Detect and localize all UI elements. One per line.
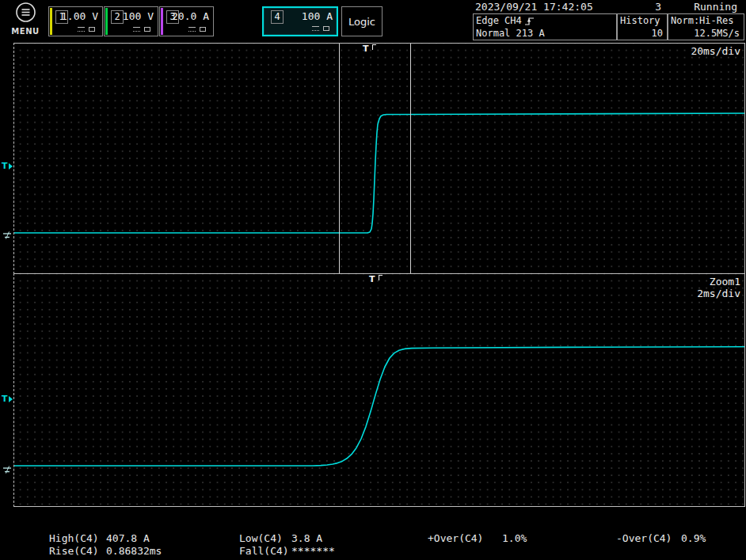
- history-label: History: [620, 14, 660, 27]
- zoom-name-label: Zoom1: [697, 276, 740, 288]
- main-timebase-label: 20ms/div: [691, 45, 740, 57]
- acquisition-count: 3: [649, 1, 661, 13]
- bandwidth-icon: [144, 27, 150, 32]
- channel-bar: 1 1.00 V 2 100 V 3 20.0 A 4 100 A Logic: [48, 6, 383, 36]
- oscilloscope-screen: MENU 1 1.00 V 2 100 V 3 20.0 A 4 100 A L…: [0, 0, 746, 560]
- logic-label: Logic: [348, 16, 375, 28]
- channel-2-scale: 100 V: [123, 10, 154, 22]
- measurement-low: Low(C4) 3.8 A: [239, 532, 322, 544]
- channel-1-button[interactable]: 1 1.00 V: [48, 6, 103, 36]
- measurement-label: -Over(C4): [616, 532, 681, 544]
- menu-label: MENU: [8, 27, 43, 36]
- ch4-trace-main: [14, 113, 744, 233]
- main-waveform-area[interactable]: T 20ms/div: [13, 43, 745, 274]
- datetime: 2023/09/21 17:42:05: [475, 1, 593, 13]
- channel-3-color-bar: [161, 8, 163, 35]
- measurement-value: 0.86832ms: [106, 545, 162, 557]
- logic-button[interactable]: Logic: [341, 6, 383, 36]
- ch4-ground-level-marker-main[interactable]: [2, 227, 13, 242]
- channel-2-button[interactable]: 2 100 V: [104, 6, 158, 36]
- acquisition-mode-box[interactable]: Norm:Hi-Res 12.5MS/s: [668, 13, 744, 40]
- trigger-level-arrow-icon: [9, 396, 13, 402]
- measurement-value: 407.8 A: [106, 532, 150, 544]
- measurement-rise: Rise(C4) 0.86832ms: [49, 545, 162, 557]
- status-area: 2023/09/21 17:42:05 3 Running Edge CH4 N…: [473, 0, 745, 42]
- measurement-minus-overshoot: -Over(C4) 0.9%: [616, 532, 706, 544]
- bandwidth-icon: [89, 27, 95, 32]
- measurement-label: Rise(C4): [49, 545, 106, 557]
- measurement-value: 3.8 A: [291, 532, 322, 544]
- measurement-value: *******: [291, 545, 335, 557]
- trigger-position-marker[interactable]: T: [363, 44, 376, 53]
- measurement-label: High(C4): [49, 532, 106, 544]
- run-state: Running: [694, 1, 737, 13]
- measurement-label: Low(C4): [239, 532, 291, 544]
- measurement-plus-overshoot: +Over(C4) 1.0%: [428, 532, 527, 544]
- main-waveform-svg: [14, 44, 744, 273]
- dc-coupling-icon: [78, 27, 85, 32]
- dc-coupling-icon: [133, 27, 140, 32]
- measurement-high: High(C4) 407.8 A: [49, 532, 150, 544]
- channel-3-scale: 20.0 A: [172, 10, 209, 22]
- dc-coupling-icon: [188, 27, 196, 32]
- sample-rate: 12.5MS/s: [694, 27, 740, 40]
- measurement-label: Fall(C4): [239, 545, 291, 557]
- measurement-label: +Over(C4): [428, 532, 502, 544]
- trigger-type: Edge CH4: [476, 14, 522, 27]
- trigger-info-box[interactable]: Edge CH4 Normal 213 A: [473, 13, 617, 40]
- channel-4-scale: 100 A: [302, 10, 333, 22]
- trigger-level-arrow-icon: [9, 163, 13, 170]
- channel-2-color-bar: [105, 8, 108, 35]
- rising-edge-icon: [524, 16, 535, 26]
- zoom-waveform-svg: [14, 274, 744, 506]
- channel-1-color-bar: [50, 8, 52, 35]
- bandwidth-icon: [323, 26, 329, 31]
- history-box[interactable]: History 10: [617, 13, 668, 40]
- menu-icon: [15, 2, 36, 23]
- channel-1-scale: 1.00 V: [61, 10, 98, 22]
- ch4-trace-zoom: [14, 347, 744, 466]
- ground-level-icon: [2, 231, 13, 239]
- zoom-timebase-label: 2ms/div: [697, 288, 740, 299]
- record-mode: Norm:Hi-Res: [671, 14, 733, 27]
- zoom-window-left-edge[interactable]: [339, 44, 340, 273]
- zoom-trigger-position-marker[interactable]: T: [369, 275, 383, 284]
- dc-coupling-icon: [312, 26, 319, 31]
- ground-level-icon: [2, 466, 13, 474]
- zoom-labels: Zoom1 2ms/div: [697, 276, 740, 299]
- channel-4-number: 4: [271, 10, 284, 24]
- ch4-ground-level-marker-zoom[interactable]: [2, 462, 13, 477]
- trigger-detail: Normal 213 A: [476, 27, 545, 40]
- bandwidth-icon: [200, 27, 206, 32]
- trigger-level-marker-main[interactable]: T: [2, 162, 13, 170]
- zoom-waveform-area[interactable]: T Zoom1 2ms/div: [13, 273, 745, 507]
- measurement-fall: Fall(C4) *******: [239, 545, 335, 557]
- channel-3-button[interactable]: 3 20.0 A: [159, 6, 214, 36]
- measurement-value: 0.9%: [681, 532, 706, 544]
- zoom-window-right-edge[interactable]: [410, 44, 411, 273]
- channel-2-number: 2: [111, 10, 124, 24]
- measurement-value: 1.0%: [502, 532, 527, 544]
- channel-4-button-active[interactable]: 4 100 A: [262, 6, 338, 36]
- menu-button[interactable]: MENU: [8, 2, 43, 36]
- history-value: 10: [652, 27, 663, 40]
- trigger-level-marker-zoom[interactable]: T: [2, 394, 13, 403]
